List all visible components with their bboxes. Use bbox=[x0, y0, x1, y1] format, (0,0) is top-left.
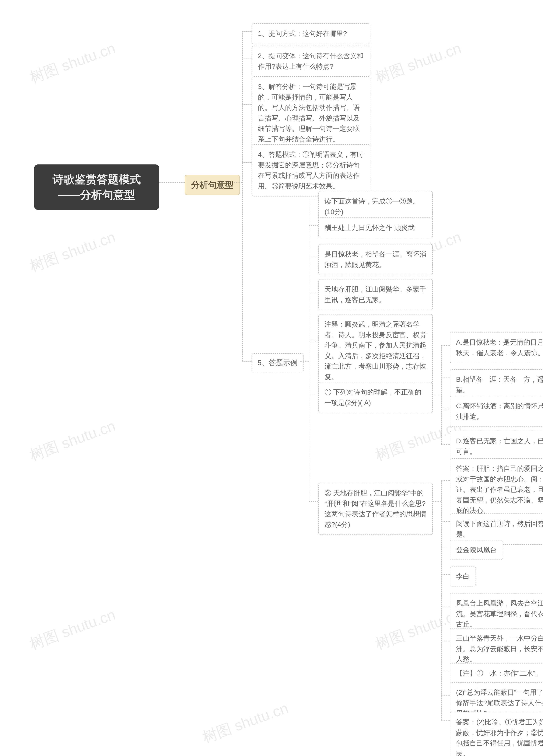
node-4: 4、答题模式：①阐明语表义，有时要发掘它的深层意思；②分析诗句在写景或抒情或写人… bbox=[252, 144, 370, 196]
watermark: 树图 shutu.cn bbox=[373, 38, 464, 88]
connector bbox=[441, 574, 450, 575]
watermark: 树图 shutu.cn bbox=[27, 416, 118, 465]
connector bbox=[300, 361, 309, 362]
connector bbox=[441, 695, 450, 696]
node-5e: 注释：顾炎武，明清之际著名学者、诗人。明末投身反宦官、权贵斗争。清兵南下，参加人… bbox=[318, 314, 433, 387]
connector bbox=[441, 345, 450, 346]
node-q2i: 答案：(2)比喻。①忧君王为奸邪所蒙蔽，忧奸邪为非作歹；②忧贤者包括自己不得任用… bbox=[450, 712, 543, 756]
node-q2d: 李白 bbox=[450, 567, 476, 586]
node-q2c: 登金陵凤凰台 bbox=[450, 540, 503, 560]
root-node: 诗歌鉴赏答题模式——分析句意型 bbox=[34, 164, 159, 210]
node-5c: 是日惊秋老，相望各一涯。离怀消浊酒，愁眼见黄花。 bbox=[318, 244, 433, 275]
connector bbox=[441, 444, 450, 445]
connector bbox=[159, 182, 185, 183]
watermark: 树图 shutu.cn bbox=[27, 38, 118, 88]
connector bbox=[234, 182, 242, 183]
connector bbox=[441, 377, 450, 377]
node-5-label: 5、答题示例 bbox=[252, 353, 303, 372]
connector bbox=[441, 409, 450, 409]
node-5b: 酬王处士九日见怀之作 顾炎武 bbox=[318, 217, 433, 238]
node-2: 2、提问变体：这句诗有什么含义和作用?表达上有什么特点? bbox=[252, 46, 370, 77]
connector bbox=[309, 341, 318, 341]
connector bbox=[242, 59, 252, 59]
connector bbox=[309, 395, 318, 395]
node-q2-label: ② 天地存肝胆，江山阅鬓华”中的“肝胆”和“阅”在这里各是什么意思?这两句诗表达… bbox=[318, 483, 433, 535]
connector bbox=[441, 521, 450, 522]
connector bbox=[242, 104, 252, 105]
node-5d: 天地存肝胆，江山阅鬓华。多蒙千里讯，逐客已无家。 bbox=[318, 279, 433, 310]
connector bbox=[441, 345, 442, 444]
connector bbox=[433, 395, 441, 395]
connector bbox=[242, 361, 252, 362]
connector bbox=[242, 162, 252, 163]
node-q2a: 答案：肝胆：指自己的爱国之志，或对于故国的赤胆忠心。阅：见证。表出了作者虽已衰老… bbox=[450, 458, 543, 521]
connector bbox=[441, 548, 450, 548]
connector bbox=[433, 501, 441, 502]
connector bbox=[309, 199, 309, 501]
connector bbox=[309, 199, 318, 199]
node-1: 1、提问方式：这句好在哪里? bbox=[252, 23, 370, 44]
connector bbox=[309, 501, 318, 502]
node-q1c: C.离怀销浊酒：离别的情怀只能借浊排遣。 bbox=[450, 396, 543, 427]
connector bbox=[441, 641, 450, 641]
connector bbox=[242, 31, 252, 32]
connector bbox=[441, 671, 450, 671]
watermark: 树图 shutu.cn bbox=[200, 698, 291, 748]
connector bbox=[309, 292, 318, 292]
watermark: 树图 shutu.cn bbox=[27, 227, 118, 276]
node-3: 3、解答分析：一句诗可能是写景的，可能是抒情的，可能是写人的。写人的方法包括动作… bbox=[252, 76, 370, 150]
node-q1d: D.逐客已无家：亡国之人，已无家可言。 bbox=[450, 431, 543, 462]
connector bbox=[441, 606, 450, 606]
connector bbox=[441, 480, 442, 720]
connector bbox=[441, 720, 450, 721]
connector bbox=[441, 480, 450, 481]
node-q2g: 【注】①一水：亦作“二水”。 bbox=[450, 663, 543, 684]
level2-node: 分析句意型 bbox=[185, 175, 240, 195]
connector bbox=[309, 257, 318, 257]
node-q1a: A.是日惊秋老：是无情的日月送来秋天，催人衰老，令人震惊。 bbox=[450, 332, 543, 363]
node-q1-label: ① 下列对诗句的理解，不正确的一项是(2分)( A) bbox=[318, 382, 433, 413]
connector bbox=[309, 225, 318, 226]
connector bbox=[242, 31, 243, 361]
watermark: 树图 shutu.cn bbox=[27, 605, 118, 654]
